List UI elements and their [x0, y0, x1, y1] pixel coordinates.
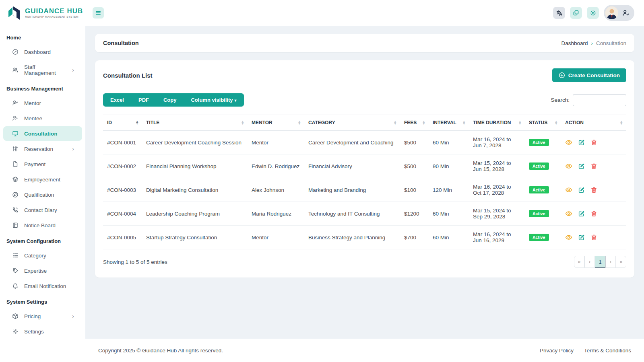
- sidebar-item-contact-diary[interactable]: Contact Diary: [0, 203, 85, 217]
- consultation-list-card: Consultation List Create Consultation Ex…: [95, 60, 634, 278]
- sidebar-item-mentor[interactable]: Mentor: [0, 96, 85, 110]
- cell-fees: $100: [400, 178, 429, 202]
- breadcrumb-dashboard-link[interactable]: Dashboard: [561, 40, 588, 46]
- pagination-next-button[interactable]: ›: [605, 256, 616, 268]
- view-button[interactable]: [565, 139, 572, 146]
- edit-button[interactable]: [578, 187, 585, 193]
- sidebar-item-staff-management[interactable]: Staff Management ›: [0, 60, 85, 80]
- cell-actions: [561, 131, 626, 154]
- cell-title: Financial Planning Workshop: [142, 154, 248, 178]
- search-input[interactable]: [573, 94, 626, 106]
- cell-duration: Mar 16, 2024 toJun 16, 2029: [469, 226, 525, 249]
- edit-button[interactable]: [578, 139, 585, 146]
- column-header-interval[interactable]: INTERVAL▴▾: [429, 115, 469, 131]
- cell-title: Career Development Coaching Session: [142, 131, 248, 154]
- column-header-fees[interactable]: FEES▴▾: [400, 115, 429, 131]
- translate-button[interactable]: [553, 7, 565, 19]
- sidebar-item-category[interactable]: Category: [0, 248, 85, 263]
- column-header-status[interactable]: STATUS▴▾: [525, 115, 561, 131]
- top-bar: GUIDANCE HUB MENTORSHIP MANAGEMENT SYSTE…: [0, 0, 644, 26]
- privacy-policy-link[interactable]: Privacy Policy: [540, 348, 574, 354]
- eye-icon: [565, 162, 572, 170]
- export-copy-button[interactable]: Copy: [156, 93, 184, 107]
- chevron-right-icon: ›: [72, 313, 74, 319]
- delete-button[interactable]: [590, 163, 597, 170]
- export-pdf-button[interactable]: PDF: [131, 93, 156, 107]
- brand-logo[interactable]: GUIDANCE HUB MENTORSHIP MANAGEMENT SYSTE…: [0, 6, 85, 20]
- sidebar-item-employment[interactable]: Employeement: [0, 172, 85, 187]
- edit-button[interactable]: [578, 210, 585, 217]
- pagination-page-1-button[interactable]: 1: [595, 256, 605, 268]
- column-header-category[interactable]: CATEGORY▴▾: [304, 115, 400, 131]
- cell-fees: $500: [400, 131, 429, 154]
- sidebar-toggle-button[interactable]: [93, 7, 104, 19]
- reservation-icon: [12, 146, 19, 152]
- view-button[interactable]: [565, 234, 572, 241]
- cell-mentor: Edwin D. Rodriguez: [248, 154, 304, 178]
- sidebar-item-pricing[interactable]: Pricing ›: [0, 309, 85, 323]
- sidebar-section-settings: System Settings: [0, 294, 85, 308]
- delete-button[interactable]: [590, 139, 597, 146]
- cell-fees: $500: [400, 154, 429, 178]
- edit-button[interactable]: [578, 234, 585, 241]
- contact-diary-icon: [12, 207, 19, 213]
- copy-button[interactable]: [570, 7, 582, 19]
- column-header-id[interactable]: ID▴▾: [103, 115, 142, 131]
- cell-interval: 60 Min: [429, 131, 469, 154]
- edit-button[interactable]: [578, 163, 585, 170]
- view-button[interactable]: [565, 210, 572, 217]
- pagination-prev-button[interactable]: ‹: [584, 256, 595, 268]
- sidebar-item-settings[interactable]: Settings: [0, 324, 85, 339]
- sidebar-item-expertise[interactable]: Expertise: [0, 263, 85, 278]
- delete-button[interactable]: [590, 234, 597, 241]
- column-header-title[interactable]: TITLE▴▾: [142, 115, 248, 131]
- settings-quick-button[interactable]: [587, 7, 599, 19]
- sidebar-item-qualification[interactable]: Qualification: [0, 187, 85, 202]
- create-consultation-button[interactable]: Create Consultation: [552, 68, 626, 82]
- sidebar-item-email-notification[interactable]: Email Notification: [0, 279, 85, 293]
- consultation-icon: [12, 130, 19, 137]
- terms-link[interactable]: Terms & Conditions: [584, 348, 631, 354]
- cell-interval: 90 Min: [429, 154, 469, 178]
- sidebar-item-dashboard[interactable]: Dashboard: [0, 45, 85, 59]
- chevron-right-icon: ›: [72, 146, 74, 152]
- column-header-mentor[interactable]: MENTOR▴▾: [248, 115, 304, 131]
- sidebar-item-reservation[interactable]: Reservation ›: [0, 142, 85, 156]
- sidebar-item-payment[interactable]: Payment: [0, 157, 85, 171]
- delete-button[interactable]: [590, 210, 597, 217]
- cell-status: Active: [525, 226, 561, 249]
- column-header-time-duration[interactable]: TIME DURATION▴▾: [469, 115, 525, 131]
- copyright-text: Copyright 2025 © Guidance Hub All rights…: [98, 348, 223, 354]
- trash-icon: [590, 139, 597, 146]
- pagination: « ‹ 1 › »: [574, 256, 626, 268]
- sidebar-item-consultation[interactable]: Consultation: [3, 126, 82, 141]
- cell-status: Active: [525, 202, 561, 226]
- cell-duration: Mar 16, 2024 toJun 7, 2028: [469, 131, 525, 154]
- sidebar-item-notice-board[interactable]: Notice Board: [0, 218, 85, 232]
- cell-actions: [561, 226, 626, 249]
- user-menu[interactable]: [604, 5, 634, 21]
- delete-button[interactable]: [590, 187, 597, 193]
- column-visibility-button[interactable]: Column visibility▾: [184, 93, 244, 107]
- pagination-last-button[interactable]: »: [616, 256, 626, 268]
- breadcrumb-chevron-icon: ›: [591, 40, 593, 46]
- cell-id: #CON-0004: [103, 202, 142, 226]
- cell-id: #CON-0003: [103, 178, 142, 202]
- category-icon: [12, 252, 19, 259]
- export-excel-button[interactable]: Excel: [103, 93, 131, 107]
- cell-category: Career Development and Coaching: [304, 131, 400, 154]
- sidebar-item-mentee[interactable]: Mentee: [0, 111, 85, 125]
- view-button[interactable]: [565, 186, 572, 193]
- page-title: Consultation: [103, 40, 139, 46]
- status-badge: Active: [529, 139, 549, 146]
- column-header-action[interactable]: ACTION▴▾: [561, 115, 626, 131]
- view-button[interactable]: [565, 162, 572, 170]
- pagination-first-button[interactable]: «: [574, 256, 584, 268]
- cell-actions: [561, 154, 626, 178]
- cell-interval: 60 Min: [429, 226, 469, 249]
- sidebar: Home Dashboard Staff Management › Busine…: [0, 26, 85, 362]
- cell-mentor: Maria Rodriguez: [248, 202, 304, 226]
- footer: Copyright 2025 © Guidance Hub All rights…: [85, 339, 644, 362]
- status-badge: Active: [529, 162, 549, 170]
- page-header-card: Consultation Dashboard › Consultation: [95, 34, 634, 52]
